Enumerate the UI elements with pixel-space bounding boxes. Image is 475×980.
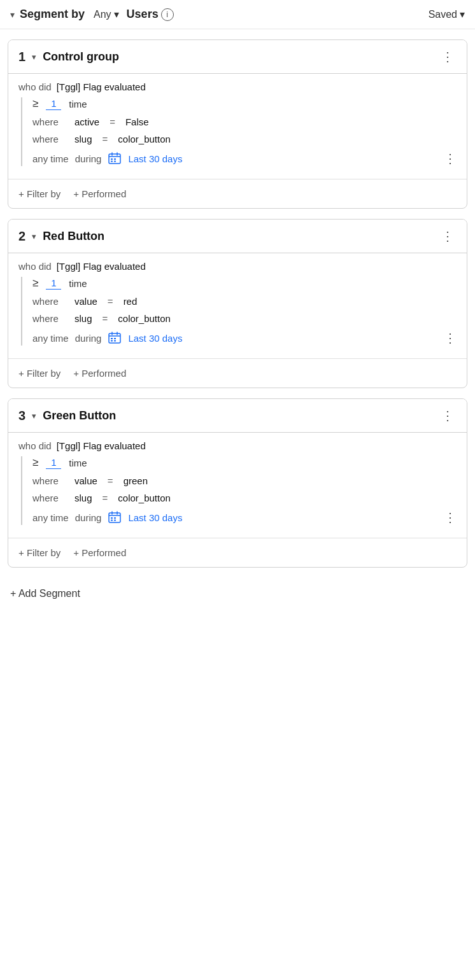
prop-value-1-1[interactable]: False: [125, 116, 149, 127]
svg-rect-8: [111, 340, 113, 342]
svg-rect-14: [114, 520, 116, 521]
segment-number-1: 1: [18, 50, 25, 64]
filter-row-1: + Filter by + Performed: [8, 179, 467, 208]
saved-label: Saved: [429, 9, 457, 20]
prop-name-2-2[interactable]: slug: [74, 313, 92, 324]
users-text: Users: [127, 8, 159, 21]
event-label-2[interactable]: [Tggl] Flag evaluated: [57, 261, 146, 272]
svg-rect-13: [111, 520, 113, 521]
filter-row-3: + Filter by + Performed: [8, 538, 467, 567]
last-30-days-button-1[interactable]: Last 30 days: [128, 153, 182, 164]
performed-button-1[interactable]: + Performed: [73, 188, 126, 199]
equals-sign-2-2: =: [103, 313, 108, 324]
filter-by-button-1[interactable]: + Filter by: [18, 188, 60, 199]
segment-header-3: 3 ▾ Green Button ⋮: [8, 399, 467, 433]
prop-name-3-2[interactable]: slug: [74, 493, 92, 503]
segment-name-3: Green Button: [43, 409, 432, 423]
time-label-1: time: [69, 99, 87, 109]
anytime-label-2: any time: [32, 333, 69, 344]
anytime-menu-button-3[interactable]: ⋮: [444, 510, 457, 525]
where-label-2-2: where: [32, 313, 64, 324]
prop-name-1-1[interactable]: active: [74, 116, 99, 127]
add-segment-button[interactable]: + Add Segment: [0, 578, 475, 610]
times-row-1: ≥ 1 time: [32, 97, 457, 110]
segment-name-1: Control group: [43, 50, 432, 64]
where-label-1-1: where: [32, 116, 64, 127]
prop-value-3-1[interactable]: green: [124, 475, 148, 486]
anytime-label-3: any time: [32, 512, 69, 523]
who-did-row-1: who did [Tggl] Flag evaluated: [18, 81, 457, 92]
who-did-label-3: who did: [18, 440, 52, 451]
segments-container: 1 ▾ Control group ⋮ who did [Tggl] Flag …: [0, 39, 475, 568]
svg-rect-12: [114, 517, 116, 519]
segment-menu-button-2[interactable]: ⋮: [439, 228, 457, 244]
segment-number-3: 3: [18, 409, 25, 423]
event-label-3[interactable]: [Tggl] Flag evaluated: [57, 440, 146, 451]
where-row-2-1: where value = red: [32, 296, 457, 307]
saved-dropdown[interactable]: Saved ▾: [429, 8, 465, 20]
during-label-3: during: [75, 512, 102, 523]
svg-rect-4: [114, 161, 116, 162]
equals-sign-3-1: =: [108, 475, 113, 486]
equals-sign-1-1: =: [110, 116, 115, 127]
anytime-row-3: any time during Last 30 days ⋮: [32, 510, 457, 525]
during-label-2: during: [75, 333, 102, 344]
segment-by-label: Segment by: [20, 8, 85, 21]
segment-card-3: 3 ▾ Green Button ⋮ who did [Tggl] Flag e…: [8, 398, 467, 568]
segment-body-3: who did [Tggl] Flag evaluated ≥ 1 time w…: [8, 433, 467, 538]
last-30-days-button-2[interactable]: Last 30 days: [128, 333, 182, 344]
saved-chevron-icon: ▾: [460, 8, 465, 20]
users-label: Users i: [127, 8, 174, 21]
info-icon[interactable]: i: [161, 8, 174, 21]
where-label-3-1: where: [32, 475, 64, 486]
filter-by-button-3[interactable]: + Filter by: [18, 547, 60, 558]
svg-rect-1: [111, 158, 113, 160]
svg-rect-6: [111, 338, 113, 339]
prop-name-2-1[interactable]: value: [74, 296, 97, 307]
segment-menu-button-1[interactable]: ⋮: [439, 49, 457, 64]
times-count-1[interactable]: 1: [46, 98, 61, 110]
where-label-1-2: where: [32, 134, 64, 144]
segment-menu-button-3[interactable]: ⋮: [439, 408, 457, 423]
times-count-3[interactable]: 1: [46, 457, 61, 469]
performed-button-2[interactable]: + Performed: [73, 368, 126, 379]
condition-block-2: ≥ 1 time where value = red where slug = …: [21, 277, 457, 346]
calendar-icon-1: [108, 151, 122, 165]
any-label: Any: [94, 9, 111, 20]
where-row-1-2: where slug = color_button: [32, 134, 457, 144]
where-row-3-1: where value = green: [32, 475, 457, 486]
any-chevron-icon: ▾: [114, 8, 119, 20]
prop-name-1-2[interactable]: slug: [74, 134, 92, 144]
segment-collapse-icon-1[interactable]: ▾: [32, 52, 36, 62]
prop-value-3-2[interactable]: color_button: [118, 493, 171, 503]
segment-collapse-icon-3[interactable]: ▾: [32, 411, 36, 421]
event-label-1[interactable]: [Tggl] Flag evaluated: [57, 81, 146, 92]
last-30-days-button-3[interactable]: Last 30 days: [128, 512, 182, 523]
filter-by-button-2[interactable]: + Filter by: [18, 368, 60, 379]
prop-value-2-2[interactable]: color_button: [118, 313, 171, 324]
prop-name-3-1[interactable]: value: [74, 475, 97, 486]
any-dropdown[interactable]: Any ▾: [94, 8, 119, 20]
equals-sign-2-1: =: [108, 296, 113, 307]
anytime-menu-button-1[interactable]: ⋮: [444, 151, 457, 166]
times-count-2[interactable]: 1: [46, 277, 61, 290]
svg-rect-11: [111, 517, 113, 519]
who-did-row-3: who did [Tggl] Flag evaluated: [18, 440, 457, 451]
during-label-1: during: [75, 153, 102, 164]
segment-number-2: 2: [18, 229, 25, 244]
times-row-3: ≥ 1 time: [32, 456, 457, 469]
gte-symbol-2: ≥: [32, 277, 38, 290]
performed-button-3[interactable]: + Performed: [73, 547, 126, 558]
where-label-3-2: where: [32, 493, 64, 503]
anytime-menu-button-2[interactable]: ⋮: [444, 330, 457, 346]
segment-collapse-icon-2[interactable]: ▾: [32, 232, 36, 241]
svg-rect-2: [114, 158, 116, 160]
who-did-label-2: who did: [18, 261, 52, 272]
segment-body-2: who did [Tggl] Flag evaluated ≥ 1 time w…: [8, 253, 467, 358]
segment-header-2: 2 ▾ Red Button ⋮: [8, 220, 467, 253]
where-row-3-2: where slug = color_button: [32, 493, 457, 503]
prop-value-1-2[interactable]: color_button: [118, 134, 171, 144]
collapse-chevron-icon[interactable]: ▾: [10, 10, 15, 20]
filter-row-2: + Filter by + Performed: [8, 358, 467, 388]
prop-value-2-1[interactable]: red: [124, 296, 138, 307]
